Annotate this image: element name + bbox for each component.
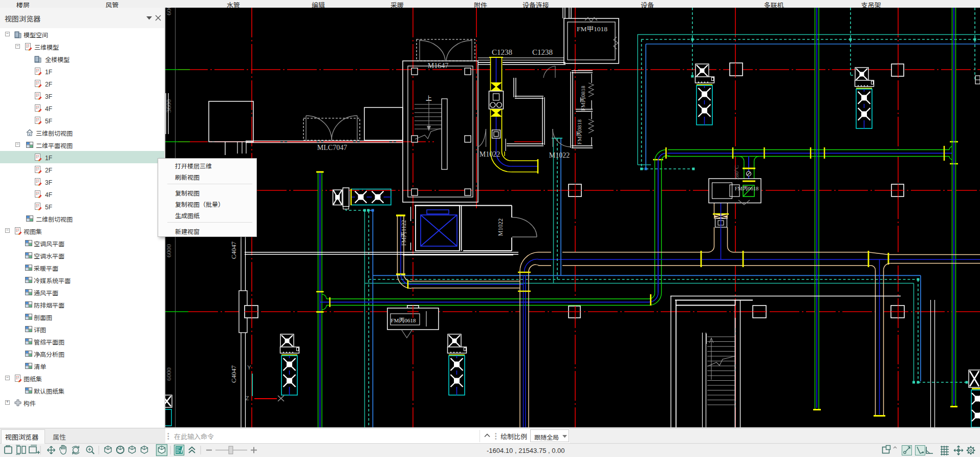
svg-text:FM甲1018: FM甲1018 xyxy=(577,25,607,33)
svg-text:FM丙0618: FM丙0618 xyxy=(391,317,416,323)
svg-text:Z: Z xyxy=(246,395,249,401)
svg-text:M1022: M1022 xyxy=(480,150,500,158)
svg-text:6000: 6000 xyxy=(165,244,172,257)
svg-text:FM丙1122: FM丙1122 xyxy=(401,220,407,246)
svg-text:3600: 3600 xyxy=(165,99,172,113)
svg-text:上: 上 xyxy=(426,93,432,102)
svg-text:C1238: C1238 xyxy=(492,48,512,56)
svg-text:Y: Y xyxy=(247,364,251,371)
svg-text:M1647: M1647 xyxy=(428,62,448,70)
svg-text:FM丙0618: FM丙0618 xyxy=(735,186,759,191)
svg-text:C4047: C4047 xyxy=(230,365,237,383)
svg-text:MLC7047: MLC7047 xyxy=(317,144,347,151)
svg-text:280°C: 280°C xyxy=(733,165,739,180)
svg-text:FM丙0818: FM丙0818 xyxy=(580,85,586,111)
svg-text:6000: 6000 xyxy=(165,367,172,381)
svg-text:C1238: C1238 xyxy=(532,48,553,56)
svg-text:C4047: C4047 xyxy=(230,241,237,259)
svg-text:M1022: M1022 xyxy=(497,219,504,236)
svg-text:M1022: M1022 xyxy=(549,151,570,159)
svg-text:FM丙0818: FM丙0818 xyxy=(576,119,582,144)
svg-text:6000: 6000 xyxy=(165,8,172,15)
